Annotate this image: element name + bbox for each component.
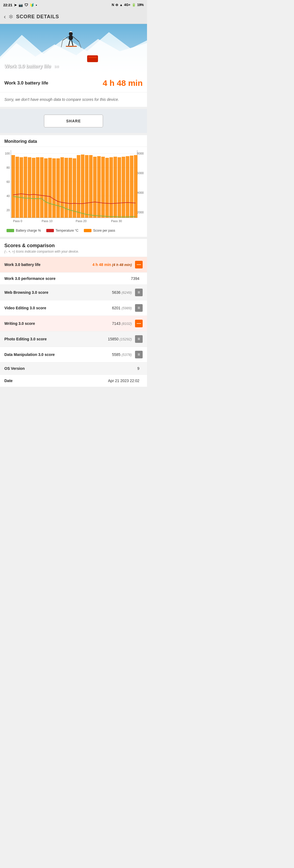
svg-text:Pass 10: Pass 10 bbox=[42, 219, 53, 223]
svg-text:60: 60 bbox=[6, 180, 10, 183]
svg-point-4 bbox=[69, 32, 73, 36]
shield-icon: 🛡 bbox=[25, 3, 28, 7]
svg-text:2000: 2000 bbox=[137, 211, 144, 214]
score-row-os: OS Version 9 bbox=[0, 362, 147, 374]
svg-rect-40 bbox=[40, 157, 43, 218]
score-value: 4 h 48 min bbox=[103, 79, 143, 88]
svg-text:100: 100 bbox=[5, 152, 10, 155]
snowflake-icon: ❄ bbox=[8, 13, 13, 21]
svg-rect-53 bbox=[93, 157, 97, 218]
score-row-value-6: 5585 (5378) bbox=[112, 352, 132, 357]
nfc-icon: N bbox=[111, 3, 114, 7]
score-legend-label: Score per pass bbox=[93, 229, 115, 232]
score-row-icon-0: — bbox=[135, 261, 143, 269]
svg-rect-48 bbox=[73, 158, 76, 218]
legend-battery: Battery charge % bbox=[6, 229, 41, 232]
chart-area: 100 80 60 40 20 8000 6000 4000 2000 bbox=[2, 150, 145, 226]
back-button[interactable]: ‹ bbox=[4, 13, 6, 21]
svg-rect-56 bbox=[105, 158, 109, 218]
chart-svg: 100 80 60 40 20 8000 6000 4000 2000 bbox=[2, 150, 145, 226]
legend-score: Score per pass bbox=[84, 229, 115, 232]
svg-rect-33 bbox=[11, 155, 15, 218]
share-button[interactable]: SHARE bbox=[44, 115, 103, 128]
temp-legend-label: Temperature °C bbox=[56, 229, 78, 232]
score-row-value-7: 9 bbox=[137, 366, 139, 371]
score-row-value-3: 6201 (5989) bbox=[112, 306, 132, 310]
share-section: SHARE bbox=[0, 109, 147, 133]
svg-rect-45 bbox=[60, 157, 64, 218]
svg-rect-35 bbox=[20, 157, 23, 218]
monitoring-title: Monitoring data bbox=[0, 135, 147, 147]
score-row-video: Video Editing 3.0 score 6201 (5989) ≡ bbox=[0, 300, 147, 316]
battery-icon: 🔋 bbox=[132, 3, 136, 7]
status-right: N ⊖ ▲ 4G+ 🔋 19% bbox=[111, 3, 144, 7]
svg-text:Pass 20: Pass 20 bbox=[76, 219, 87, 223]
score-row-label-2: Web Browsing 3.0 score bbox=[4, 290, 112, 294]
status-left: 22:21 ➤ 📷 🛡 🔰 • bbox=[3, 3, 37, 7]
svg-rect-13 bbox=[87, 55, 98, 62]
svg-text:6000: 6000 bbox=[137, 172, 144, 175]
score-row-label-1: Work 3.0 performance score bbox=[4, 276, 131, 281]
svg-text:80: 80 bbox=[6, 166, 10, 169]
score-row-value-5: 15850 (15292) bbox=[108, 337, 132, 341]
svg-rect-38 bbox=[32, 158, 35, 218]
svg-rect-62 bbox=[130, 156, 133, 218]
page-title: SCORE DETAILS bbox=[16, 14, 59, 20]
svg-rect-34 bbox=[15, 157, 19, 218]
svg-rect-58 bbox=[113, 157, 117, 218]
svg-rect-47 bbox=[69, 158, 72, 218]
score-row-icon-5: ≡ bbox=[135, 335, 143, 343]
chart-legend: Battery charge % Temperature °C Score pe… bbox=[2, 226, 145, 235]
scores-title: Scores & comparison bbox=[0, 239, 147, 250]
score-row-label-5: Photo Editing 3.0 score bbox=[4, 337, 108, 341]
svg-rect-52 bbox=[89, 155, 93, 218]
score-row-data: Data Manipulation 3.0 score 5585 (5378) … bbox=[0, 347, 147, 362]
svg-rect-49 bbox=[77, 155, 80, 218]
hero-image: Work 3.0 battery life 3.0 bbox=[0, 24, 147, 73]
score-row-label-7: OS Version bbox=[4, 366, 137, 371]
wifi-icon: ▲ bbox=[120, 3, 123, 7]
score-label: Work 3.0 battery life bbox=[4, 81, 98, 86]
score-row-value-8: Apr 21 2023 22:02 bbox=[108, 378, 139, 383]
score-row-icon-6: ≡ bbox=[135, 351, 143, 359]
nav-icon: ➤ bbox=[14, 3, 17, 7]
svg-text:40: 40 bbox=[6, 194, 10, 197]
score-row-photo: Photo Editing 3.0 score 15850 (15292) ≡ bbox=[0, 331, 147, 347]
svg-rect-59 bbox=[118, 157, 121, 218]
score-row-date: Date Apr 21 2023 22:02 bbox=[0, 374, 147, 387]
dot-icon: • bbox=[36, 3, 37, 7]
svg-rect-50 bbox=[81, 155, 85, 218]
svg-rect-55 bbox=[101, 157, 105, 218]
time: 22:21 bbox=[3, 3, 12, 7]
legend-temperature: Temperature °C bbox=[46, 229, 78, 232]
shield2-icon: 🔰 bbox=[30, 3, 34, 7]
hero-label-text: Work 3.0 battery life bbox=[4, 63, 51, 69]
svg-rect-54 bbox=[97, 156, 101, 218]
status-bar: 22:21 ➤ 📷 🛡 🔰 • N ⊖ ▲ 4G+ 🔋 19% bbox=[0, 0, 147, 10]
svg-text:4000: 4000 bbox=[137, 191, 144, 194]
hero-badge: 3.0 bbox=[53, 65, 60, 68]
score-row-value-2: 5636 (6249) bbox=[112, 290, 132, 294]
compare-text: Sorry, we don't have enough data to comp… bbox=[0, 92, 147, 107]
score-row-performance: Work 3.0 performance score 7394 bbox=[0, 272, 147, 284]
svg-text:Pass 30: Pass 30 bbox=[111, 219, 122, 223]
svg-rect-43 bbox=[52, 158, 56, 218]
score-result-row: Work 3.0 battery life 4 h 48 min bbox=[0, 73, 147, 92]
svg-rect-42 bbox=[48, 158, 52, 218]
svg-text:20: 20 bbox=[6, 209, 10, 212]
score-row-label-4: Writing 3.0 score bbox=[4, 321, 112, 326]
score-row-label-0: Work 3.0 battery life bbox=[4, 262, 92, 267]
svg-text:8000: 8000 bbox=[137, 152, 144, 155]
score-row-value-0: 4 h 48 min (4 h 48 min) bbox=[92, 262, 132, 267]
score-legend-color bbox=[84, 229, 92, 232]
svg-rect-39 bbox=[36, 157, 39, 218]
temp-legend-color bbox=[46, 229, 54, 232]
score-row-label-3: Video Editing 3.0 score bbox=[4, 306, 112, 310]
svg-rect-14 bbox=[89, 57, 97, 58]
minus-icon: ⊖ bbox=[116, 3, 118, 7]
scores-subtitle: (-, +, =) Icons indicate comparison with… bbox=[0, 250, 147, 257]
instagram-icon: 📷 bbox=[19, 3, 23, 7]
score-row-icon-3: ≡ bbox=[135, 304, 143, 312]
svg-rect-51 bbox=[85, 155, 89, 218]
hero-label: Work 3.0 battery life 3.0 bbox=[4, 63, 60, 69]
